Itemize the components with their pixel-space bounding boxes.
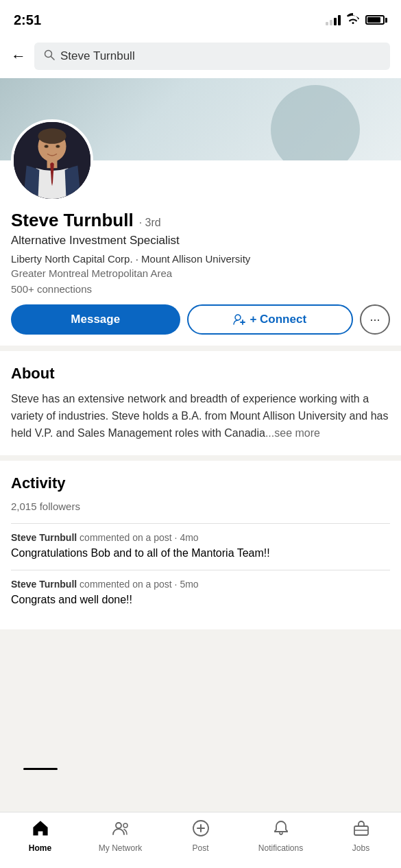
activity-content-1: Congratulations Bob and to all of the Ma… [11, 546, 390, 561]
search-input-wrap[interactable]: Steve Turnbull [34, 43, 390, 70]
status-bar: 2:51 [0, 0, 401, 37]
wifi-icon [346, 13, 360, 27]
about-title: About [11, 365, 390, 383]
activity-actor-1: Steve Turnbull [11, 532, 77, 543]
nav-my-network-label: My Network [99, 843, 142, 853]
more-dots: ··· [369, 313, 380, 327]
svg-line-1 [51, 57, 55, 60]
connect-button[interactable]: + Connect [187, 304, 354, 335]
back-button[interactable]: ← [11, 47, 26, 65]
nav-jobs-label: Jobs [352, 843, 369, 853]
profile-company: Liberty North Capital Corp. · Mount Alli… [11, 252, 390, 266]
nav-notifications[interactable]: Notifications [241, 812, 321, 854]
search-bar: ← Steve Turnbull [0, 37, 401, 78]
signal-icon [326, 14, 341, 25]
see-more-button[interactable]: ...see more [265, 427, 320, 439]
svg-point-8 [45, 145, 48, 148]
status-icons [326, 13, 387, 27]
profile-location: Greater Montreal Metropolitan Area [11, 267, 390, 279]
activity-followers: 2,015 followers [11, 501, 390, 512]
about-text: Steve has an extensive network and bread… [11, 391, 390, 442]
nav-post-label: Post [192, 843, 208, 853]
action-row: Message + Connect ··· [11, 304, 390, 335]
home-active-indicator [23, 768, 58, 770]
profile-connections: 500+ connections [11, 283, 390, 295]
name-row: Steve Turnbull · 3rd [11, 210, 390, 231]
degree-badge: · 3rd [139, 217, 161, 229]
search-value: Steve Turnbull [60, 49, 135, 63]
avatar [11, 119, 93, 202]
people-icon [112, 819, 130, 841]
activity-action-1: commented on a post · 4mo [80, 532, 199, 543]
profile-headline: Alternative Investment Specialist [11, 234, 390, 248]
home-icon [32, 819, 49, 841]
activity-meta-1: Steve Turnbull commented on a post · 4mo [11, 532, 390, 543]
nav-home-label: Home [29, 843, 51, 853]
bell-icon [272, 819, 290, 841]
nav-notifications-label: Notifications [258, 843, 303, 853]
activity-actor-2: Steve Turnbull [11, 579, 77, 590]
nav-post[interactable]: Post [160, 812, 241, 854]
post-icon [192, 819, 210, 841]
avatar-image [14, 122, 90, 199]
status-time: 2:51 [14, 12, 41, 28]
about-content: Steve has an extensive network and bread… [11, 393, 388, 439]
activity-title: Activity [11, 474, 390, 492]
svg-point-10 [235, 315, 241, 320]
bottom-nav: Home My Network Post [0, 812, 401, 868]
svg-point-13 [116, 823, 121, 828]
nav-home[interactable]: Home [0, 812, 80, 854]
battery-icon [365, 15, 387, 25]
search-icon [44, 49, 55, 63]
profile-info: Steve Turnbull · 3rd Alternative Investm… [0, 202, 401, 346]
briefcase-icon [352, 819, 370, 841]
activity-content-2: Congrats and well done!! [11, 592, 390, 607]
svg-point-14 [123, 823, 127, 828]
activity-item-2: Steve Turnbull commented on a post · 5mo… [11, 570, 390, 616]
profile-card: Steve Turnbull · 3rd Alternative Investm… [0, 78, 401, 346]
connect-label: + Connect [250, 313, 306, 326]
activity-section: Activity 2,015 followers Steve Turnbull … [0, 461, 401, 629]
nav-jobs[interactable]: Jobs [321, 812, 401, 854]
svg-point-4 [38, 128, 66, 143]
svg-point-9 [56, 145, 60, 148]
profile-name: Steve Turnbull [11, 210, 134, 231]
activity-action-2: commented on a post · 5mo [80, 579, 199, 590]
more-button[interactable]: ··· [360, 304, 390, 335]
activity-item-1: Steve Turnbull commented on a post · 4mo… [11, 523, 390, 569]
about-section: About Steve has an extensive network and… [0, 351, 401, 455]
message-button[interactable]: Message [11, 304, 180, 335]
activity-meta-2: Steve Turnbull commented on a post · 5mo [11, 579, 390, 590]
nav-my-network[interactable]: My Network [80, 812, 160, 854]
connect-icon [233, 313, 245, 326]
banner-decoration [271, 85, 360, 160]
